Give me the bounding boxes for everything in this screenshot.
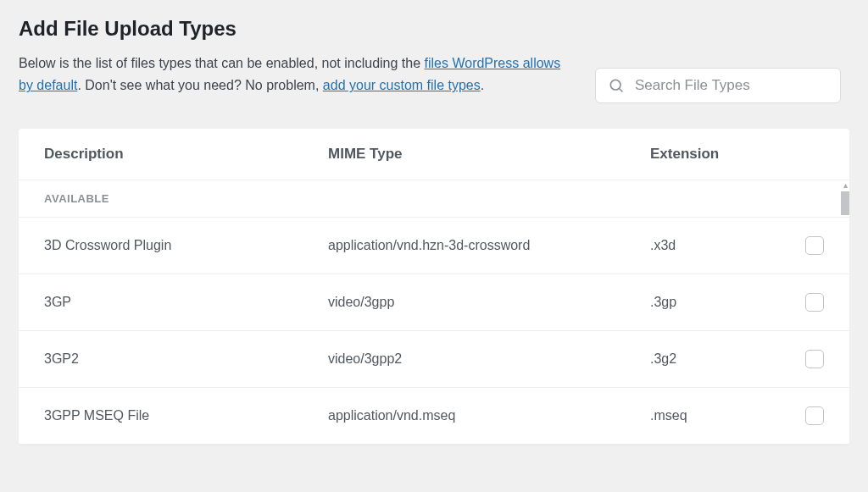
search-input[interactable] (635, 77, 828, 94)
cell-extension: .mseq (650, 408, 790, 423)
cell-description: 3GPP MSEQ File (44, 408, 328, 423)
cell-mime: video/3gpp2 (328, 351, 650, 367)
column-header-extension: Extension (650, 146, 790, 163)
cell-extension: .3g2 (650, 351, 790, 367)
svg-line-1 (620, 89, 623, 92)
table-row: 3GP2 video/3gpp2 .3g2 (19, 331, 849, 388)
link-add-custom[interactable]: add your custom file types (323, 78, 481, 92)
cell-extension: .3gp (650, 295, 790, 310)
cell-description: 3D Crossword Plugin (44, 238, 328, 253)
intro-post: . (481, 78, 484, 92)
cell-mime: video/3gpp (328, 295, 650, 310)
enable-checkbox[interactable] (805, 406, 824, 425)
cell-description: 3GP (44, 295, 328, 310)
enable-checkbox[interactable] (805, 236, 824, 255)
table-row: 3GPP MSEQ File application/vnd.mseq .mse… (19, 388, 849, 445)
file-types-table: Description MIME Type Extension AVAILABL… (19, 129, 849, 445)
cell-mime: application/vnd.hzn-3d-crossword (328, 238, 650, 253)
scrollbar-up-arrow[interactable]: ▴ (841, 181, 849, 190)
page-title: Add File Upload Types (19, 17, 849, 41)
search-icon (608, 77, 625, 94)
enable-checkbox[interactable] (805, 350, 824, 368)
intro-mid: . Don't see what you need? No problem, (77, 78, 322, 92)
svg-point-0 (610, 80, 620, 90)
cell-extension: .x3d (650, 238, 790, 253)
section-label-available: AVAILABLE (19, 180, 849, 218)
column-header-description: Description (44, 146, 328, 163)
cell-description: 3GP2 (44, 351, 328, 367)
table-row: 3GP video/3gpp .3gp (19, 274, 849, 331)
intro-text: Below is the list of files types that ca… (19, 53, 561, 97)
table-header-row: Description MIME Type Extension (19, 129, 849, 180)
intro-pre: Below is the list of files types that ca… (19, 56, 425, 70)
cell-mime: application/vnd.mseq (328, 408, 650, 423)
table-row: 3D Crossword Plugin application/vnd.hzn-… (19, 218, 849, 274)
enable-checkbox[interactable] (805, 293, 824, 312)
search-box[interactable] (595, 68, 841, 103)
column-header-mime: MIME Type (328, 146, 650, 163)
scrollbar-thumb[interactable] (841, 191, 849, 215)
